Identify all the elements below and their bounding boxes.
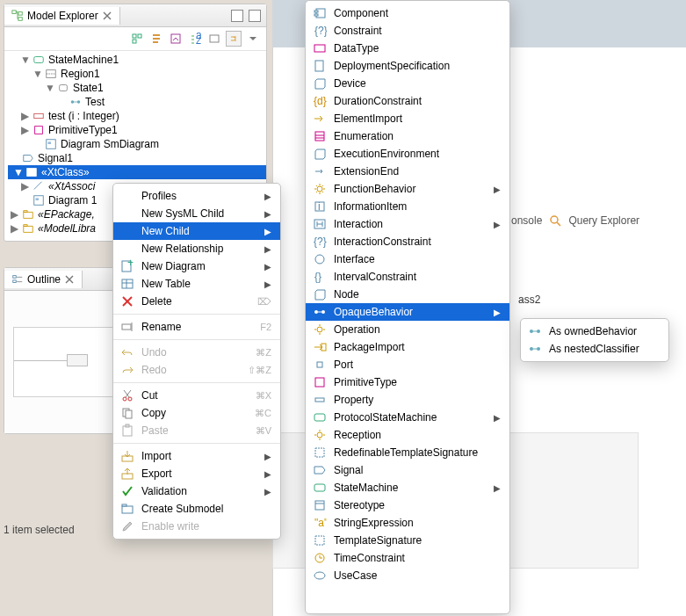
toolbar-btn-5[interactable] <box>206 31 222 47</box>
close-icon[interactable] <box>102 11 112 21</box>
menu-delete[interactable]: Delete ⌦ <box>113 293 280 310</box>
child-stereotype[interactable]: Stereotype <box>306 496 509 514</box>
tree-state[interactable]: ▼ State1 <box>8 81 266 95</box>
toolbar-btn-1[interactable] <box>129 31 145 47</box>
model-explorer-tab[interactable]: Model Explorer <box>4 7 120 25</box>
tree-signal[interactable]: Signal1 <box>8 151 266 165</box>
child-operation[interactable]: Operation <box>306 321 509 338</box>
sub-ownedbehavior[interactable]: As ownedBehavior <box>521 322 668 340</box>
outline-tab[interactable]: Outline <box>4 271 83 288</box>
toolbar-menu-icon[interactable] <box>245 31 261 47</box>
menu-rename[interactable]: Rename F2 <box>113 318 280 336</box>
child-protostatemachine[interactable]: ProtocolStateMachine▶ <box>306 409 509 426</box>
tree-statemachine[interactable]: ▼ StateMachine1 <box>8 53 266 67</box>
minimize-icon[interactable] <box>231 10 243 22</box>
check-icon <box>120 484 134 498</box>
query-explorer-tab-text[interactable]: Query Explorer <box>568 214 639 227</box>
cut-icon <box>120 388 134 402</box>
svg-text:z: z <box>196 34 201 45</box>
child-infoitem[interactable]: iInformationItem <box>306 198 509 215</box>
child-component[interactable]: Component <box>306 4 509 22</box>
child-usecase[interactable]: UseCase <box>306 567 509 584</box>
shortcut: ⌘C <box>241 408 271 419</box>
child-statemachine[interactable]: StateMachine▶ <box>306 479 509 496</box>
svg-rect-14 <box>34 57 44 63</box>
svg-rect-67 <box>315 398 324 402</box>
child-timeconstraint[interactable]: TimeConstraint <box>306 549 509 567</box>
menu-redo[interactable]: Redo ⇧⌘Z <box>113 361 280 379</box>
child-packageimport[interactable]: PackageImport <box>306 338 509 356</box>
label: Delete <box>141 295 236 308</box>
toolbar-btn-4[interactable]: az <box>187 31 203 47</box>
child-enumeration[interactable]: Enumeration <box>306 127 509 145</box>
console-tab-text[interactable]: onsole <box>511 214 542 227</box>
menu-new-relationship[interactable]: New Relationship ▶ <box>113 240 280 257</box>
tree-test[interactable]: Test <box>8 95 266 109</box>
child-reception[interactable]: Reception <box>306 426 509 444</box>
menu-new-table[interactable]: New Table ▶ <box>113 275 280 293</box>
menu-create-submodel[interactable]: Create Submodel <box>113 500 280 518</box>
menu-undo[interactable]: Undo ⌘Z <box>113 344 280 361</box>
child-port[interactable]: Port <box>306 356 509 373</box>
child-stringexpr[interactable]: "a"StringExpression <box>306 514 509 532</box>
child-interaction[interactable]: Interaction▶ <box>306 215 509 233</box>
child-device[interactable]: Device <box>306 75 509 92</box>
child-templatesig[interactable]: TemplateSignature <box>306 532 509 549</box>
child-extend[interactable]: ExtensionEnd <box>306 163 509 180</box>
svg-rect-8 <box>138 34 141 38</box>
child-deployspec[interactable]: DeploymentSpecification <box>306 57 509 75</box>
rename-icon <box>120 320 134 334</box>
child-interface[interactable]: Interface <box>306 250 509 268</box>
child-redeftemplate[interactable]: RedefinableTemplateSignature <box>306 444 509 461</box>
child-elemimport[interactable]: ElementImport <box>306 110 509 127</box>
menu-new-sysml-child[interactable]: New SysML Child ▶ <box>113 205 280 222</box>
toolbar-btn-link[interactable] <box>226 31 242 47</box>
svg-rect-39 <box>126 410 132 418</box>
menu-new-child[interactable]: New Child ▶ <box>113 222 280 240</box>
child-node[interactable]: Node <box>306 286 509 303</box>
menu-validation[interactable]: Validation ▶ <box>113 482 280 500</box>
new-table-icon <box>120 277 134 291</box>
menu-import[interactable]: Import ▶ <box>113 447 280 465</box>
svg-text:"a": "a" <box>314 517 327 529</box>
child-intervalconstraint[interactable]: {}IntervalConstraint <box>306 268 509 286</box>
tree-operation[interactable]: ▶ test (i : Integer) <box>8 109 266 123</box>
toolbar-btn-2[interactable] <box>148 31 164 47</box>
menu-cut[interactable]: Cut ⌘X <box>113 387 280 404</box>
sub-nestedclassifier[interactable]: As nestedClassifier <box>521 340 668 358</box>
maximize-icon[interactable] <box>249 10 261 22</box>
template-icon <box>313 446 327 460</box>
child-durconstraint[interactable]: {d}DurationConstraint <box>306 92 509 110</box>
menu-new-diagram[interactable]: + New Diagram ▶ <box>113 257 280 275</box>
toolbar-btn-3[interactable] <box>168 31 184 47</box>
tree-xtclass[interactable]: ▼ «XtClass» <box>8 165 266 179</box>
model-explorer-tabbar: Model Explorer <box>4 4 266 27</box>
child-constraint[interactable]: {?}Constraint <box>306 22 509 40</box>
tree-region[interactable]: ▼ Region1 <box>8 67 266 81</box>
menu-paste[interactable]: Paste ⌘V <box>113 422 280 439</box>
child-funcbehavior[interactable]: FunctionBehavior▶ <box>306 180 509 198</box>
svg-rect-70 <box>315 448 324 457</box>
delete-icon <box>120 294 134 308</box>
new-diagram-icon: + <box>120 259 134 273</box>
child-datatype[interactable]: DataType <box>306 40 509 57</box>
child-signal[interactable]: Signal <box>306 461 509 479</box>
menu-profiles[interactable]: Profiles ▶ <box>113 187 280 205</box>
child-execenv[interactable]: ExecutionEnvironment <box>306 145 509 163</box>
svg-rect-66 <box>315 378 324 387</box>
port-icon <box>313 358 327 372</box>
label: «XtClass» <box>41 166 90 178</box>
close-icon[interactable] <box>64 274 75 285</box>
tree-primitivetype[interactable]: ▶ PrimitiveType1 <box>8 123 266 137</box>
interface-icon <box>313 252 327 266</box>
menu-enable-write[interactable]: Enable write <box>113 518 280 535</box>
signal-icon <box>313 463 327 477</box>
child-interconstraint[interactable]: {?}InteractionConstraint <box>306 233 509 250</box>
menu-export[interactable]: Export ▶ <box>113 465 280 482</box>
svg-line-1 <box>557 222 560 226</box>
menu-copy[interactable]: Copy ⌘C <box>113 404 280 422</box>
child-opaquebehavior[interactable]: OpaqueBehavior▶ <box>306 303 509 321</box>
child-primitivetype[interactable]: PrimitiveType <box>306 373 509 391</box>
tree-diagram-sm[interactable]: Diagram SmDiagram <box>8 137 266 151</box>
child-property[interactable]: Property <box>306 391 509 409</box>
